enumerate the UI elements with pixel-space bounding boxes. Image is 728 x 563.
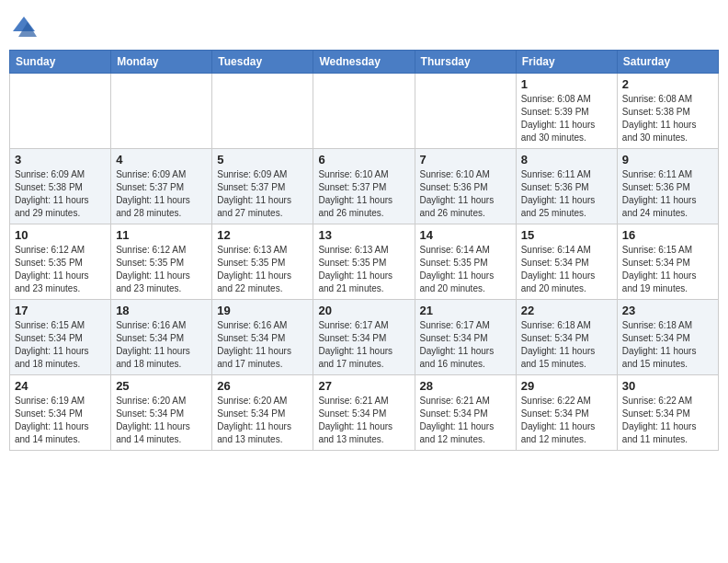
day-info: Sunrise: 6:20 AM Sunset: 5:34 PM Dayligh… — [217, 395, 308, 446]
day-number: 5 — [217, 153, 308, 167]
day-number: 16 — [622, 228, 713, 242]
calendar-cell: 12Sunrise: 6:13 AM Sunset: 5:35 PM Dayli… — [212, 224, 313, 300]
day-info: Sunrise: 6:18 AM Sunset: 5:34 PM Dayligh… — [521, 319, 612, 371]
day-info: Sunrise: 6:19 AM Sunset: 5:34 PM Dayligh… — [15, 395, 106, 446]
day-number: 18 — [116, 304, 207, 317]
calendar-cell: 17Sunrise: 6:15 AM Sunset: 5:34 PM Dayli… — [10, 300, 111, 375]
day-number: 24 — [15, 379, 106, 393]
calendar-week-1: 1Sunrise: 6:08 AM Sunset: 5:39 PM Daylig… — [10, 74, 719, 149]
day-info: Sunrise: 6:13 AM Sunset: 5:35 PM Dayligh… — [217, 244, 308, 295]
day-info: Sunrise: 6:14 AM Sunset: 5:34 PM Dayligh… — [521, 244, 612, 295]
day-info: Sunrise: 6:15 AM Sunset: 5:34 PM Dayligh… — [15, 319, 106, 371]
calendar-header-row: SundayMondayTuesdayWednesdayThursdayFrid… — [10, 51, 719, 74]
page-header — [9, 9, 719, 42]
day-number: 19 — [217, 304, 308, 317]
header-tuesday: Tuesday — [212, 51, 313, 74]
day-number: 7 — [420, 153, 511, 167]
day-number: 10 — [15, 228, 106, 242]
calendar-cell — [212, 74, 313, 149]
calendar-cell: 4Sunrise: 6:09 AM Sunset: 5:37 PM Daylig… — [111, 149, 212, 224]
day-number: 27 — [318, 379, 409, 393]
day-info: Sunrise: 6:16 AM Sunset: 5:34 PM Dayligh… — [217, 319, 308, 371]
day-number: 25 — [116, 379, 207, 393]
day-info: Sunrise: 6:08 AM Sunset: 5:38 PM Dayligh… — [622, 93, 713, 144]
day-number: 26 — [217, 379, 308, 393]
calendar-cell: 5Sunrise: 6:09 AM Sunset: 5:37 PM Daylig… — [212, 149, 313, 224]
calendar-cell: 24Sunrise: 6:19 AM Sunset: 5:34 PM Dayli… — [10, 375, 111, 451]
calendar-cell: 13Sunrise: 6:13 AM Sunset: 5:35 PM Dayli… — [313, 224, 415, 300]
calendar-cell: 2Sunrise: 6:08 AM Sunset: 5:38 PM Daylig… — [617, 74, 718, 149]
day-info: Sunrise: 6:09 AM Sunset: 5:37 PM Dayligh… — [217, 168, 308, 220]
calendar-cell: 1Sunrise: 6:08 AM Sunset: 5:39 PM Daylig… — [516, 74, 617, 149]
day-number: 22 — [521, 304, 612, 317]
calendar-cell: 11Sunrise: 6:12 AM Sunset: 5:35 PM Dayli… — [111, 224, 212, 300]
calendar-cell: 29Sunrise: 6:22 AM Sunset: 5:34 PM Dayli… — [516, 375, 617, 451]
day-number: 23 — [622, 304, 713, 317]
day-info: Sunrise: 6:09 AM Sunset: 5:37 PM Dayligh… — [116, 168, 207, 220]
day-number: 20 — [318, 304, 409, 317]
calendar-cell: 16Sunrise: 6:15 AM Sunset: 5:34 PM Dayli… — [617, 224, 718, 300]
calendar-cell: 30Sunrise: 6:22 AM Sunset: 5:34 PM Dayli… — [617, 375, 718, 451]
day-number: 30 — [622, 379, 713, 393]
day-number: 9 — [622, 153, 713, 167]
calendar-cell: 27Sunrise: 6:21 AM Sunset: 5:34 PM Dayli… — [313, 375, 415, 451]
calendar-cell: 9Sunrise: 6:11 AM Sunset: 5:36 PM Daylig… — [617, 149, 718, 224]
header-monday: Monday — [111, 51, 212, 74]
calendar-cell: 20Sunrise: 6:17 AM Sunset: 5:34 PM Dayli… — [313, 300, 415, 375]
day-info: Sunrise: 6:11 AM Sunset: 5:36 PM Dayligh… — [521, 168, 612, 220]
day-info: Sunrise: 6:10 AM Sunset: 5:36 PM Dayligh… — [420, 168, 511, 220]
day-info: Sunrise: 6:17 AM Sunset: 5:34 PM Dayligh… — [318, 319, 409, 371]
calendar-cell: 22Sunrise: 6:18 AM Sunset: 5:34 PM Dayli… — [516, 300, 617, 375]
day-number: 6 — [318, 153, 409, 167]
day-number: 4 — [116, 153, 207, 167]
calendar-week-2: 3Sunrise: 6:09 AM Sunset: 5:38 PM Daylig… — [10, 149, 719, 224]
day-info: Sunrise: 6:14 AM Sunset: 5:35 PM Dayligh… — [420, 244, 511, 295]
day-number: 12 — [217, 228, 308, 242]
calendar-cell: 3Sunrise: 6:09 AM Sunset: 5:38 PM Daylig… — [10, 149, 111, 224]
day-info: Sunrise: 6:22 AM Sunset: 5:34 PM Dayligh… — [622, 395, 713, 446]
header-friday: Friday — [516, 51, 617, 74]
day-number: 15 — [521, 228, 612, 242]
calendar-cell — [415, 74, 516, 149]
day-info: Sunrise: 6:15 AM Sunset: 5:34 PM Dayligh… — [622, 244, 713, 295]
day-number: 2 — [622, 77, 713, 91]
day-info: Sunrise: 6:21 AM Sunset: 5:34 PM Dayligh… — [420, 395, 511, 446]
calendar-cell: 25Sunrise: 6:20 AM Sunset: 5:34 PM Dayli… — [111, 375, 212, 451]
calendar-cell — [111, 74, 212, 149]
day-info: Sunrise: 6:16 AM Sunset: 5:34 PM Dayligh… — [116, 319, 207, 371]
logo — [9, 13, 42, 42]
day-info: Sunrise: 6:17 AM Sunset: 5:34 PM Dayligh… — [420, 319, 511, 371]
day-number: 14 — [420, 228, 511, 242]
day-info: Sunrise: 6:09 AM Sunset: 5:38 PM Dayligh… — [15, 168, 106, 220]
day-info: Sunrise: 6:08 AM Sunset: 5:39 PM Dayligh… — [521, 93, 612, 144]
day-number: 21 — [420, 304, 511, 317]
day-info: Sunrise: 6:21 AM Sunset: 5:34 PM Dayligh… — [318, 395, 409, 446]
calendar-cell — [10, 74, 111, 149]
calendar-cell: 6Sunrise: 6:10 AM Sunset: 5:37 PM Daylig… — [313, 149, 415, 224]
day-number: 13 — [318, 228, 409, 242]
calendar-cell — [313, 74, 415, 149]
calendar-cell: 21Sunrise: 6:17 AM Sunset: 5:34 PM Dayli… — [415, 300, 516, 375]
calendar-cell: 19Sunrise: 6:16 AM Sunset: 5:34 PM Dayli… — [212, 300, 313, 375]
calendar-week-3: 10Sunrise: 6:12 AM Sunset: 5:35 PM Dayli… — [10, 224, 719, 300]
day-info: Sunrise: 6:22 AM Sunset: 5:34 PM Dayligh… — [521, 395, 612, 446]
calendar-table: SundayMondayTuesdayWednesdayThursdayFrid… — [9, 50, 719, 451]
day-info: Sunrise: 6:18 AM Sunset: 5:34 PM Dayligh… — [622, 319, 713, 371]
calendar-week-4: 17Sunrise: 6:15 AM Sunset: 5:34 PM Dayli… — [10, 300, 719, 375]
header-thursday: Thursday — [415, 51, 516, 74]
logo-icon — [9, 13, 39, 42]
calendar-cell: 28Sunrise: 6:21 AM Sunset: 5:34 PM Dayli… — [415, 375, 516, 451]
day-info: Sunrise: 6:12 AM Sunset: 5:35 PM Dayligh… — [15, 244, 106, 295]
day-number: 17 — [15, 304, 106, 317]
day-number: 3 — [15, 153, 106, 167]
day-info: Sunrise: 6:13 AM Sunset: 5:35 PM Dayligh… — [318, 244, 409, 295]
header-wednesday: Wednesday — [313, 51, 415, 74]
day-number: 29 — [521, 379, 612, 393]
calendar-cell: 14Sunrise: 6:14 AM Sunset: 5:35 PM Dayli… — [415, 224, 516, 300]
calendar-cell: 26Sunrise: 6:20 AM Sunset: 5:34 PM Dayli… — [212, 375, 313, 451]
day-info: Sunrise: 6:20 AM Sunset: 5:34 PM Dayligh… — [116, 395, 207, 446]
day-info: Sunrise: 6:11 AM Sunset: 5:36 PM Dayligh… — [622, 168, 713, 220]
header-sunday: Sunday — [10, 51, 111, 74]
day-number: 8 — [521, 153, 612, 167]
calendar-cell: 18Sunrise: 6:16 AM Sunset: 5:34 PM Dayli… — [111, 300, 212, 375]
